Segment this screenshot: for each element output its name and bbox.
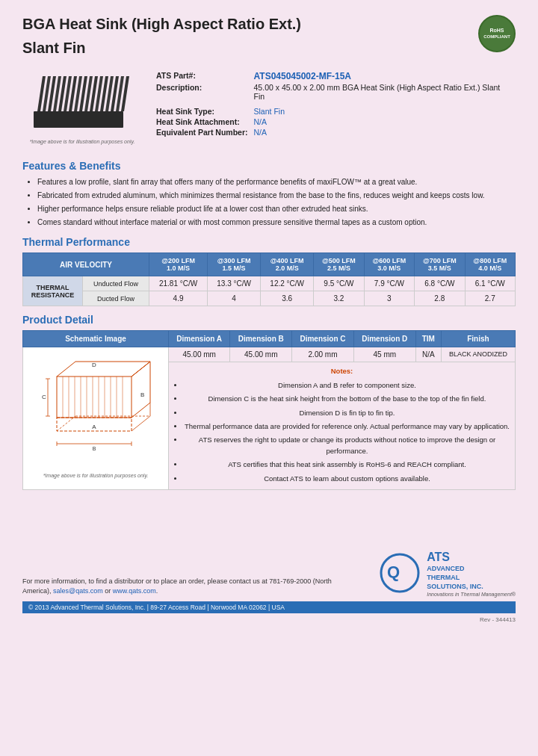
svg-text:A: A xyxy=(92,424,96,430)
ducted-0: 4.9 xyxy=(149,291,208,306)
page-header: BGA Heat Sink (High Aspect Ratio Ext.) S… xyxy=(22,15,516,63)
col-800lfm: @800 LFM 4.0 M/S xyxy=(465,253,515,276)
thermal-performance-table: AIR VELOCITY @200 LFM 1.0 M/S @300 LFM 1… xyxy=(22,252,516,306)
note-item: ATS certifies that this heat sink assemb… xyxy=(184,459,510,470)
unducted-5: 6.8 °C/W xyxy=(415,276,465,291)
note-item: Thermal performance data are provided fo… xyxy=(184,421,510,432)
features-section-title: Features & Benefits xyxy=(22,160,516,172)
ats-logo: Q ATS ADVANCED THERMAL SOLUTIONS, INC. I… xyxy=(380,550,516,597)
dim-b-header: Dimension B xyxy=(230,331,292,347)
part-label: ATS Part#: xyxy=(153,70,251,82)
thermal-resistance-label: THERMAL RESISTANCE xyxy=(23,276,83,306)
equiv-value: N/A xyxy=(254,128,268,137)
unducted-6: 6.1 °C/W xyxy=(465,276,515,291)
product-info-section: *Image above is for illustration purpose… xyxy=(22,70,516,152)
unducted-3: 9.5 °C/W xyxy=(314,276,364,291)
image-note: *Image above is for illustration purpose… xyxy=(30,139,135,144)
col-400lfm: @400 LFM 2.0 M/S xyxy=(261,253,314,276)
tim-value: N/A xyxy=(415,347,441,362)
unducted-label: Unducted Flow xyxy=(83,276,149,291)
col-600lfm: @600 LFM 3.0 M/S xyxy=(364,253,414,276)
svg-line-17 xyxy=(132,362,150,377)
dim-c-value: 2.00 mm xyxy=(292,347,354,362)
attachment-value: N/A xyxy=(254,117,268,126)
col-200lfm: @200 LFM 1.0 M/S xyxy=(149,253,208,276)
website-link[interactable]: www.qats.com xyxy=(113,587,156,595)
ducted-2: 3.6 xyxy=(261,291,314,306)
part-number: ATS045045002-MF-15A xyxy=(254,71,352,81)
product-detail-section-title: Product Detail xyxy=(22,314,516,326)
copyright-text: © 2013 Advanced Thermal Solutions, Inc. … xyxy=(28,604,285,611)
dim-c-header: Dimension C xyxy=(292,331,354,347)
rev-note: Rev - 344413 xyxy=(22,616,516,623)
svg-line-18 xyxy=(132,403,150,418)
schematic-drawing: A B C D B xyxy=(34,350,158,470)
dim-a-header: Dimension A xyxy=(169,331,230,347)
rohs-badge: RoHS COMPLIANT xyxy=(478,15,516,52)
finish-value: BLACK ANODIZED xyxy=(441,347,515,362)
product-image xyxy=(26,70,138,137)
dim-d-header: Dimension D xyxy=(353,331,415,347)
svg-rect-2 xyxy=(57,377,132,418)
ducted-1: 4 xyxy=(208,291,261,306)
product-image-box: *Image above is for illustration purpose… xyxy=(22,70,142,152)
dim-a-value: 45.00 mm xyxy=(169,347,230,362)
note-item: ATS reserves the right to update or chan… xyxy=(184,434,510,456)
desc-label: Description: xyxy=(153,82,251,102)
schematic-image-cell: A B C D B *Image above is for illustrati… xyxy=(23,347,169,490)
ats-logo-svg: Q xyxy=(380,553,421,594)
feature-item: Fabricated from extruded aluminum, which… xyxy=(37,190,516,202)
svg-line-20 xyxy=(57,416,75,431)
schematic-header: Schematic Image xyxy=(23,331,169,347)
svg-text:C: C xyxy=(42,394,46,400)
email-link[interactable]: sales@qats.com xyxy=(53,587,103,595)
ats-company-text: ATS ADVANCED THERMAL SOLUTIONS, INC. Inn… xyxy=(427,550,516,597)
svg-text:Q: Q xyxy=(387,563,400,581)
svg-text:D: D xyxy=(92,362,96,368)
ducted-4: 3 xyxy=(364,291,414,306)
notes-list: Dimension A and B refer to component siz… xyxy=(184,379,510,484)
air-velocity-header: AIR VELOCITY xyxy=(23,253,149,276)
note-item: Dimension C is the heat sink height from… xyxy=(184,393,510,404)
description: 45.00 x 45.00 x 2.00 mm BGA Heat Sink (H… xyxy=(251,82,516,102)
ducted-3: 3.2 xyxy=(314,291,364,306)
unducted-2: 12.2 °C/W xyxy=(261,276,314,291)
ducted-label: Ducted Flow xyxy=(83,291,149,306)
col-700lfm: @700 LFM 3.5 M/S xyxy=(415,253,465,276)
svg-text:B: B xyxy=(92,446,96,451)
or-text: or xyxy=(105,587,111,595)
ats-tagline: Innovations in Thermal Management® xyxy=(427,592,516,597)
feature-item: Higher performance helps ensure reliable… xyxy=(37,203,516,215)
ducted-6: 2.7 xyxy=(465,291,515,306)
thermal-section-title: Thermal Performance xyxy=(22,236,516,248)
copyright-bar: © 2013 Advanced Thermal Solutions, Inc. … xyxy=(22,601,516,613)
notes-title: Notes: xyxy=(173,365,510,377)
unducted-4: 7.9 °C/W xyxy=(364,276,414,291)
schematic-note: *Image above is for illustration purpose… xyxy=(28,473,164,478)
ducted-5: 2.8 xyxy=(415,291,465,306)
product-detail-table: Schematic Image Dimension A Dimension B … xyxy=(22,330,516,490)
dim-d-value: 45 mm xyxy=(353,347,415,362)
feature-item: Comes standard without interface materia… xyxy=(37,217,516,229)
type-value: Slant Fin xyxy=(254,107,285,116)
col-500lfm: @500 LFM 2.5 M/S xyxy=(314,253,364,276)
product-details-table: ATS Part#: ATS045045002-MF-15A Descripti… xyxy=(153,70,516,152)
svg-line-14 xyxy=(57,362,75,377)
title-line1: BGA Heat Sink (High Aspect Ratio Ext.) xyxy=(22,15,301,33)
attachment-label: Heat Sink Attachment: xyxy=(153,117,251,127)
footer-section: For more information, to find a distribu… xyxy=(22,542,516,597)
features-list: Features a low profile, slant fin array … xyxy=(37,176,516,229)
type-label: Heat Sink Type: xyxy=(153,106,251,117)
col-300lfm: @300 LFM 1.5 M/S xyxy=(208,253,261,276)
ats-acronym: ATS xyxy=(427,551,450,563)
svg-text:B: B xyxy=(140,391,144,398)
page-title: BGA Heat Sink (High Aspect Ratio Ext.) S… xyxy=(22,15,301,63)
unducted-0: 21.81 °C/W xyxy=(149,276,208,291)
dim-b-value: 45.00 mm xyxy=(230,347,292,362)
title-line2: Slant Fin xyxy=(22,39,301,57)
tim-header: TIM xyxy=(415,331,441,347)
feature-item: Features a low profile, slant fin array … xyxy=(37,176,516,188)
note-item: Dimension A and B refer to component siz… xyxy=(184,379,510,391)
svg-rect-0 xyxy=(34,111,123,128)
notes-cell: Notes: Dimension A and B refer to compon… xyxy=(169,362,516,490)
